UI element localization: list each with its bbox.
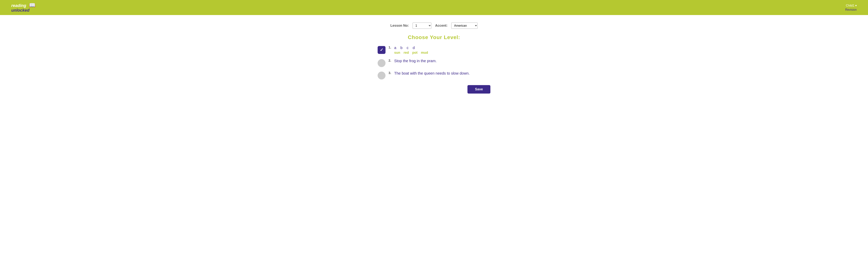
revision-link[interactable]: Revision [845, 8, 857, 11]
logo-text: reading 📖 unlocked [11, 2, 35, 13]
level-2-sentence: Stop the frog in the pram. [394, 59, 437, 63]
level-1-letters: a b c d [394, 46, 428, 50]
child-selector[interactable]: Child1 ▾ [846, 4, 857, 7]
logo-icon: 📖 [29, 2, 35, 8]
save-btn-container: Save [378, 85, 490, 94]
level-row-1: 1. a b c d sun red pot mud [378, 46, 490, 55]
logo-reading: reading [11, 3, 26, 8]
level-3-sentence: The boat with the queen needs to slow do… [394, 71, 469, 75]
level-1-number: 1. [389, 46, 391, 49]
level-3-circle[interactable] [378, 72, 385, 79]
level-row-3: 3. The boat with the queen needs to slow… [378, 71, 490, 79]
word-pot: pot [412, 51, 417, 55]
nav: Child1 ▾ Revision [845, 4, 857, 11]
level-3-content: The boat with the queen needs to slow do… [394, 71, 469, 75]
save-button[interactable]: Save [467, 85, 490, 94]
levels-container: 1. a b c d sun red pot mud 2. [378, 46, 490, 79]
lesson-no-select[interactable]: 1 2 3 4 5 [412, 23, 431, 29]
main-content: Lesson No: 1 2 3 4 5 Accent: American Br… [0, 15, 868, 101]
letter-b: b [400, 46, 402, 50]
level-1-content: a b c d sun red pot mud [394, 46, 428, 55]
lesson-no-label: Lesson No: [391, 24, 409, 28]
accent-select[interactable]: American British Australian [451, 23, 477, 29]
word-red: red [404, 51, 409, 55]
letter-c: c [407, 46, 408, 50]
level-2-number: 2. [389, 59, 391, 63]
header: reading 📖 unlocked Child1 ▾ Revision [0, 0, 868, 15]
lesson-controls: Lesson No: 1 2 3 4 5 Accent: American Br… [391, 23, 477, 29]
level-1-checkbox[interactable] [378, 46, 385, 54]
word-sun: sun [394, 51, 400, 55]
logo: reading 📖 unlocked [11, 2, 35, 13]
word-mud: mud [421, 51, 428, 55]
choose-level-title: Choose Your Level: [408, 34, 460, 40]
letter-d: d [412, 46, 415, 50]
level-2-content: Stop the frog in the pram. [394, 59, 437, 63]
level-1-words: sun red pot mud [394, 51, 428, 55]
level-row-2: 2. Stop the frog in the pram. [378, 59, 490, 67]
letter-a: a [394, 46, 396, 50]
accent-label: Accent: [435, 24, 447, 28]
level-2-circle[interactable] [378, 59, 385, 67]
level-3-number: 3. [389, 71, 391, 75]
logo-unlocked: unlocked [11, 8, 30, 12]
